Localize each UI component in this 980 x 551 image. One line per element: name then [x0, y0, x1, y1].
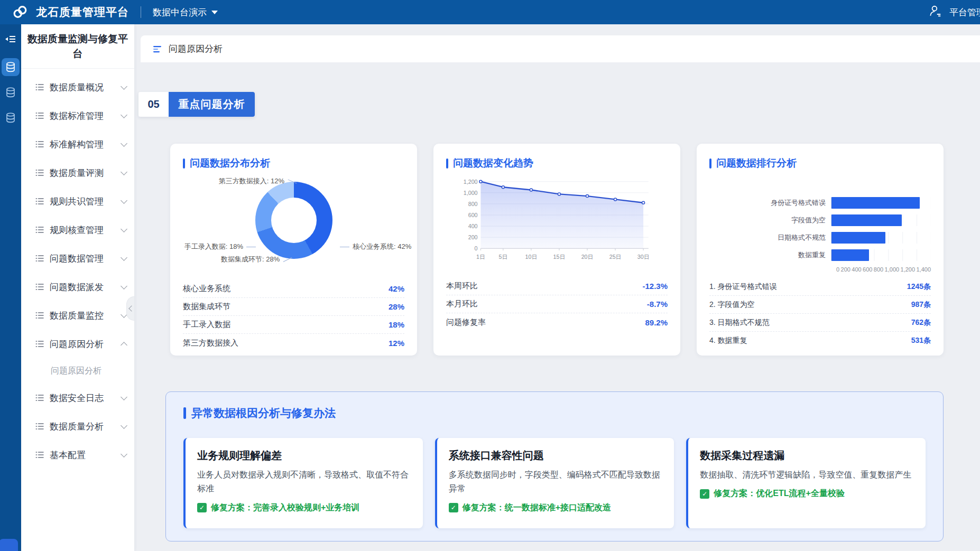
sidebar-item-label: 基本配置	[50, 449, 122, 461]
bar-category-label: 身份证号格式错误	[709, 198, 831, 208]
check-icon	[700, 489, 709, 499]
trend-card-title: 问题数据变化趋势	[453, 156, 533, 170]
leader-line	[246, 247, 256, 247]
sidebar-item-6[interactable]: 问题数据管理	[21, 244, 134, 273]
donut-chart	[255, 182, 332, 259]
bar	[831, 249, 869, 261]
sidebar-toggle-button[interactable]	[0, 24, 21, 54]
list-icon	[35, 198, 44, 205]
user-menu[interactable]: 平台管理	[928, 0, 980, 24]
stat-label: 本月环比	[446, 299, 478, 309]
distribution-card-header: 问题数据分布分析	[183, 156, 404, 170]
hamburger-arrow-icon	[5, 35, 16, 43]
stat-row: 2. 字段值为空987条	[709, 296, 931, 314]
stat-value: 42%	[389, 284, 404, 293]
sidebar-subitem-active[interactable]: 问题原因分析	[21, 358, 134, 384]
stat-label: 1. 身份证号格式错误	[709, 282, 777, 292]
sidebar-item-1[interactable]: 数据标准管理	[21, 101, 134, 130]
stat-row: 4. 数据重复531条	[709, 332, 931, 350]
floating-button[interactable]	[0, 539, 18, 551]
trend-card: 问题数据变化趋势 02004006008001,0001,2001日5日10日1…	[433, 144, 680, 356]
sidebar-item-label: 数据质量概况	[50, 81, 122, 94]
sidebar-item-3[interactable]: 数据质量评测	[21, 158, 134, 187]
stat-value: 987条	[911, 300, 931, 310]
chevron-down-icon	[121, 451, 127, 457]
section-number: 05	[138, 92, 169, 117]
svg-text:800: 800	[468, 201, 478, 207]
svg-text:15日: 15日	[553, 254, 566, 260]
sidebar-item-12[interactable]: 基本配置	[21, 441, 134, 469]
rail-item-database-3[interactable]	[2, 109, 20, 127]
svg-text:0: 0	[475, 245, 478, 251]
svg-text:30日: 30日	[637, 254, 650, 260]
sidebar-item-0[interactable]: 数据质量概况	[21, 73, 134, 101]
bar-rows: 身份证号格式错误字段值为空日期格式不规范数据重复	[709, 197, 931, 262]
database-icon	[6, 113, 15, 123]
sidebar-collapse-handle[interactable]	[126, 296, 134, 321]
root-card-desc: 数据抽取、清洗环节逻辑缺陷，导致空值、重复数据产生	[700, 468, 914, 482]
analysis-cards-row: 问题数据分布分析 第三方数据接入: 12% 核心业务系统: 42% 手工录入数据…	[170, 144, 944, 356]
stat-label: 本周环比	[446, 281, 478, 291]
root-card-desc: 多系统数据同步时，字段类型、编码格式不匹配导致数据异常	[449, 468, 663, 496]
header-accent-bar	[183, 158, 185, 169]
stat-label: 数据集成环节	[183, 302, 230, 312]
bar-row: 字段值为空	[709, 214, 931, 227]
list-icon	[35, 340, 44, 348]
bar-chart-x-axis: 0 200 400 600 800 1,000 1,200 1,400	[836, 266, 931, 273]
icon-rail	[0, 24, 21, 551]
sidebar-item-label: 问题数据派发	[50, 281, 122, 293]
root-card-fix: 修复方案：优化ETL流程+全量校验	[700, 488, 914, 499]
root-card-fix-text: 修复方案：优化ETL流程+全量校验	[714, 488, 845, 499]
root-card-desc: 业务人员对数据录入规则不清晰，导致格式、取值不符合标准	[197, 468, 411, 496]
sidebar-item-2[interactable]: 标准解构管理	[21, 130, 134, 158]
donut-callout-integration: 数据集成环节: 28%	[221, 255, 292, 264]
root-card-fix-text: 修复方案：完善录入校验规则+业务培训	[211, 502, 359, 513]
ranking-card-header: 问题数据排行分析	[709, 156, 931, 170]
bar	[831, 197, 920, 209]
donut-callout-manual: 手工录入数据: 18%	[183, 242, 256, 251]
stat-row: 核心业务系统42%	[183, 280, 404, 298]
bar	[831, 214, 902, 226]
stat-value: 1245条	[907, 282, 931, 292]
workspace-dropdown[interactable]: 数据中台演示	[153, 6, 218, 18]
stat-row: 3. 日期格式不规范762条	[709, 314, 931, 332]
header-accent-bar	[183, 407, 186, 419]
svg-text:1,000: 1,000	[464, 190, 478, 196]
root-cause-header: 异常数据根因分析与修复办法	[183, 406, 926, 421]
sidebar-item-7[interactable]: 问题数据派发	[21, 273, 134, 301]
rail-item-database-active[interactable]	[2, 58, 20, 76]
root-card-title: 业务规则理解偏差	[197, 449, 411, 463]
stat-row: 第三方数据接入12%	[183, 334, 404, 352]
user-icon	[928, 4, 942, 20]
sidebar-item-11[interactable]: 数据质量分析	[21, 412, 134, 441]
leader-line	[283, 257, 292, 262]
root-card-fix-text: 修复方案：统一数据标准+接口适配改造	[463, 502, 611, 513]
list-icon	[35, 312, 44, 319]
donut-chart-area: 第三方数据接入: 12% 核心业务系统: 42% 手工录入数据: 18% 数据集…	[183, 170, 404, 276]
navbar-divider	[141, 6, 141, 18]
chevron-down-icon	[121, 394, 127, 400]
list-icon	[35, 226, 44, 234]
root-card-title: 系统接口兼容性问题	[449, 449, 663, 463]
root-cause-card-1: 系统接口兼容性问题多系统数据同步时，字段类型、编码格式不匹配导致数据异常修复方案…	[435, 438, 674, 528]
svg-text:600: 600	[468, 212, 478, 218]
stat-label: 4. 数据重复	[709, 336, 747, 345]
list-icon	[35, 169, 44, 176]
breadcrumb-title: 问题原因分析	[169, 43, 223, 55]
workspace-label: 数据中台演示	[153, 6, 207, 18]
sidebar-item-10[interactable]: 数据安全日志	[21, 384, 134, 412]
sidebar-menu: 数据质量概况数据标准管理标准解构管理数据质量评测规则共识管理规则核查管理问题数据…	[21, 69, 134, 469]
stat-value: -12.3%	[642, 282, 668, 291]
stat-label: 核心业务系统	[183, 284, 230, 294]
root-card-fix: 修复方案：完善录入校验规则+业务培训	[197, 502, 411, 513]
ranking-card: 问题数据排行分析 身份证号格式错误字段值为空日期格式不规范数据重复 0 200 …	[697, 144, 944, 356]
sidebar-item-5[interactable]: 规则核查管理	[21, 216, 134, 244]
sidebar-item-4[interactable]: 规则共识管理	[21, 187, 134, 216]
sidebar-item-8[interactable]: 数据质量监控	[21, 301, 134, 330]
trend-line-chart: 02004006008001,0001,2001日5日10日15日20日25日3…	[446, 175, 668, 273]
chevron-left-icon	[128, 305, 134, 311]
sidebar-item-9[interactable]: 问题原因分析	[21, 330, 134, 358]
stat-label: 手工录入数据	[183, 320, 230, 330]
rail-item-database-2[interactable]	[2, 83, 20, 101]
bar	[831, 232, 885, 244]
